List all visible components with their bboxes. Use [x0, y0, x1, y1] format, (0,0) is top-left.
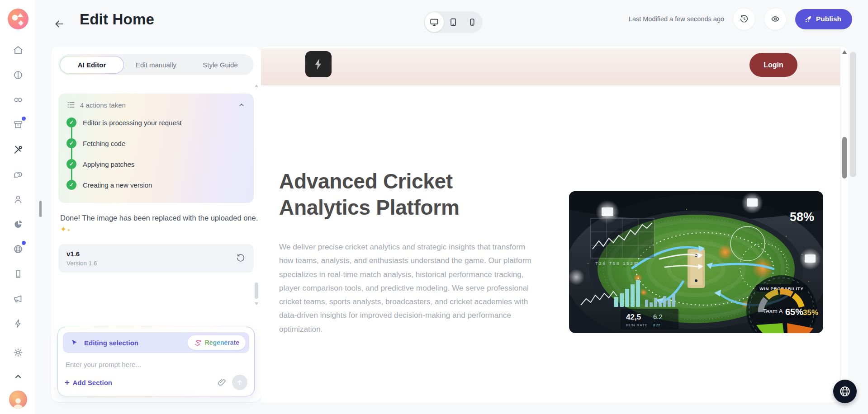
attach-file-button[interactable] — [217, 378, 227, 387]
action-step: ✓ Editor is processing your request — [66, 112, 246, 133]
design-icon[interactable] — [8, 65, 28, 85]
list-icon — [66, 100, 76, 109]
back-button[interactable] — [52, 16, 67, 32]
hero-title: Advanced Cricket Analytics Platform — [279, 169, 541, 221]
mobile-icon[interactable] — [8, 264, 28, 284]
archive-icon[interactable] — [8, 115, 28, 135]
check-icon: ✓ — [66, 180, 76, 190]
panel-scrollbar-thumb[interactable] — [255, 282, 258, 299]
arrow-up-icon — [236, 378, 244, 386]
marketing-icon[interactable] — [8, 289, 28, 309]
panel-resize-handle[interactable] — [39, 201, 42, 217]
history-button[interactable] — [733, 8, 755, 30]
prompt-footer: + Add Section — [65, 375, 247, 390]
tab-edit-manually[interactable]: Edit manually — [124, 56, 188, 73]
app-logo-icon[interactable] — [8, 9, 28, 29]
overlay-team-b-pct: 35% — [803, 308, 818, 317]
settings-icon[interactable] — [8, 343, 28, 362]
stadium-image: 726 758 1528 58% — [569, 191, 823, 333]
overlay-run-rate-primary: 42,5 — [626, 313, 641, 321]
account-avatar[interactable] — [9, 390, 27, 409]
overlay-run-rate-value: 8.22 — [653, 323, 660, 327]
cursor-icon — [70, 339, 79, 347]
preview-scrollbar-thumb[interactable] — [842, 137, 847, 179]
publish-button[interactable]: Publish — [795, 9, 852, 29]
rail-bottom — [8, 343, 28, 414]
archive-notification-dot — [22, 117, 26, 121]
publish-label: Publish — [816, 15, 841, 23]
preview-scrollbar[interactable] — [840, 47, 848, 402]
prompt-card: Editing selection Regenerate + Add Secti… — [57, 327, 255, 396]
site-logo[interactable] — [305, 51, 332, 77]
window-scrollbar-thumb[interactable] — [850, 52, 856, 177]
overlay-team-label: Team A — [763, 308, 783, 315]
tab-ai-editor[interactable]: AI Editor — [60, 56, 124, 74]
language-globe-button[interactable] — [833, 380, 857, 403]
ai-editor-panel: AI Editor Edit manually Style Guide 4 ac… — [51, 47, 261, 402]
hero-description: We deliver precise cricket analytics and… — [279, 240, 535, 336]
regenerate-button[interactable]: Regenerate — [188, 335, 246, 350]
page-title: Edit Home — [80, 11, 154, 28]
overlay-mini-values: 726 758 1528 — [595, 261, 638, 266]
mobile-view-button[interactable] — [463, 12, 482, 32]
analytics-icon[interactable] — [8, 214, 28, 234]
preview-eye-button[interactable] — [764, 8, 787, 30]
regenerate-label: Regenerate — [205, 339, 239, 346]
version-tag: v1.6 — [66, 250, 97, 258]
send-prompt-button[interactable] — [232, 375, 247, 390]
rocket-icon — [804, 15, 812, 23]
editing-selection-label: Editing selection — [84, 339, 182, 347]
check-icon: ✓ — [66, 118, 76, 127]
flows-icon[interactable] — [8, 90, 28, 110]
tab-style-guide[interactable]: Style Guide — [188, 56, 252, 73]
action-step: ✓ Fetching code — [66, 133, 246, 154]
device-switcher — [424, 11, 483, 33]
version-sublabel: Version 1.6 — [66, 260, 97, 267]
regenerate-sparkle-icon — [194, 339, 202, 347]
home-icon[interactable] — [8, 40, 28, 60]
panel-tabs: AI Editor Edit manually Style Guide — [58, 54, 254, 75]
actions-count-label: 4 actions taken — [80, 101, 126, 109]
left-rail — [0, 0, 36, 414]
app-root: Edit Home Last Modified a few seconds ag… — [0, 0, 868, 414]
logo-shapes-icon — [8, 9, 28, 29]
action-step: ✓ Applying patches — [66, 154, 246, 174]
collapse-icon[interactable] — [8, 367, 28, 386]
assistant-message: Done! The image has been replaced with t… — [60, 212, 263, 235]
website-notification-dot — [22, 241, 26, 245]
overlay-run-rate-label: RUN RATE — [626, 323, 648, 327]
chat-icon[interactable] — [8, 165, 28, 184]
tablet-view-button[interactable] — [444, 12, 463, 32]
overlay-run-rate-secondary: 6.2 — [653, 313, 663, 320]
website-icon[interactable] — [8, 239, 28, 259]
header-right: Last Modified a few seconds ago Publish — [629, 8, 852, 30]
plus-icon: + — [65, 378, 70, 387]
bolt-icon — [312, 57, 325, 71]
globe-icon — [839, 385, 851, 398]
actions-header[interactable]: 4 actions taken — [66, 100, 246, 109]
rail-nav — [8, 40, 28, 334]
version-card[interactable]: v1.6 Version 1.6 — [58, 244, 254, 273]
sparkle-icon: ✦ — [66, 227, 71, 233]
action-step: ✓ Creating a new version — [66, 174, 246, 195]
overlay-top-percent: 58% — [790, 210, 814, 224]
action-steps: ✓ Editor is processing your request ✓ Fe… — [66, 112, 246, 195]
chevron-up-icon[interactable] — [237, 101, 246, 109]
restore-version-button[interactable] — [236, 253, 246, 263]
site-preview: Login Advanced Cricket Analytics Platfor… — [261, 47, 844, 402]
profile-icon[interactable] — [8, 189, 28, 209]
desktop-view-button[interactable] — [425, 12, 444, 32]
editing-selection-banner: Editing selection Regenerate — [63, 332, 249, 353]
add-section-label: Add Section — [73, 379, 113, 386]
sparkle-icon: ✦ — [60, 225, 66, 234]
add-section-button[interactable]: + Add Section — [65, 378, 112, 387]
site-header: Login — [261, 48, 844, 85]
panel-scrollbar[interactable] — [254, 85, 259, 305]
login-button[interactable]: Login — [749, 53, 797, 77]
integrations-icon[interactable] — [8, 314, 28, 334]
actions-card: 4 actions taken ✓ Editor is processing y… — [58, 94, 254, 203]
prompt-input[interactable] — [66, 361, 252, 368]
last-modified-label: Last Modified a few seconds ago — [629, 15, 724, 23]
check-icon: ✓ — [66, 138, 76, 148]
tools-icon[interactable] — [8, 140, 28, 160]
